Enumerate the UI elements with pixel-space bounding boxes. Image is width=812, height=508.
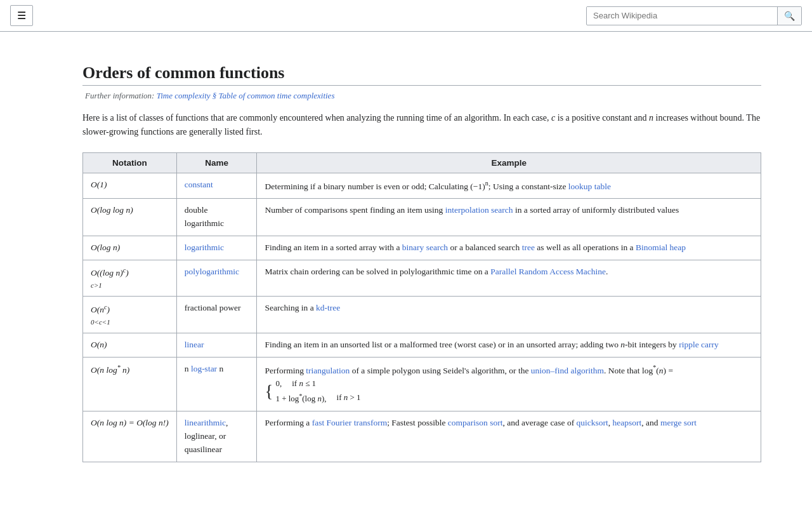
complexity-table: Notation Name Example O(1) constant Dete… — [82, 152, 761, 462]
tree-link[interactable]: tree — [522, 243, 535, 252]
notation-cell: O(n log* n) — [83, 357, 177, 411]
piecewise-val-2: 1 + log*(log n), — [275, 391, 326, 405]
name-link[interactable]: constant — [185, 180, 213, 189]
further-info-link[interactable]: Time complexity § Table of common time c… — [157, 91, 335, 100]
name-link[interactable]: polylogarithmic — [185, 267, 239, 276]
section-title: Orders of common functions — [82, 64, 761, 86]
name-cell: linearithmic, loglinear, or quasilinear — [176, 411, 257, 462]
quicksort-link[interactable]: quicksort — [577, 418, 608, 427]
comparison-sort-link[interactable]: comparison sort — [448, 418, 503, 427]
name-cell: logarithmic — [176, 236, 257, 260]
piecewise-cond-2: if n > 1 — [337, 391, 361, 405]
name-cell: n log-star n — [176, 357, 257, 411]
name-cell: double logarithmic — [176, 199, 257, 236]
notation-cell: O(log n) — [83, 236, 177, 260]
notation-math: O(n) — [91, 340, 107, 349]
linearithmic-link[interactable]: linearithmic — [185, 418, 226, 427]
further-info-prefix: Further information: — [85, 91, 157, 100]
piecewise-val-1: 0, — [275, 377, 282, 390]
name-cell: constant — [176, 173, 257, 198]
triangulation-link[interactable]: triangulation — [306, 365, 350, 375]
example-cell: Performing triangulation of a simple pol… — [257, 357, 761, 411]
notation-cell: O(n log n) = O(log n!) — [83, 411, 177, 462]
notation-math: O(log n) — [91, 243, 120, 252]
union-find-link[interactable]: union–find algorithm — [531, 365, 604, 375]
example-cell: Finding an item in a sorted array with a… — [257, 236, 761, 260]
notation-note: c>1 — [91, 280, 169, 291]
log-star-link[interactable]: log-star — [191, 364, 217, 373]
piecewise-cond-1: if n ≤ 1 — [292, 377, 316, 390]
notation-cell: O(1) — [83, 173, 177, 198]
notation-note: 0<c<1 — [91, 317, 169, 328]
notation-math: O((log n)c) — [91, 268, 129, 277]
notation-math: O(n log* n) — [91, 365, 129, 375]
further-info: Further information: Time complexity § T… — [82, 91, 761, 101]
name-link[interactable]: logarithmic — [185, 243, 224, 252]
col-header-example: Example — [257, 152, 761, 173]
search-bar: 🔍 — [586, 6, 802, 25]
name-cell: fractional power — [176, 297, 257, 333]
name-link[interactable]: linear — [185, 340, 204, 349]
name-cell: polylogarithmic — [176, 260, 257, 296]
piecewise-row-2: 1 + log*(log n), if n > 1 — [275, 391, 360, 405]
table-row: O(log log n) double logarithmic Number o… — [83, 199, 761, 236]
heapsort-link[interactable]: heapsort — [613, 418, 642, 427]
table-row: O(1) constant Determining if a binary nu… — [83, 173, 761, 198]
example-cell: Searching in a kd-tree — [257, 297, 761, 333]
kd-tree-link[interactable]: kd-tree — [316, 303, 340, 312]
pram-link[interactable]: Parallel Random Access Machine — [490, 267, 606, 276]
table-row: O(n log* n) n log-star n Performing tria… — [83, 357, 761, 411]
example-cell: Number of comparisons spent finding an i… — [257, 199, 761, 236]
notation-cell: O(nc) 0<c<1 — [83, 297, 177, 333]
col-header-notation: Notation — [83, 152, 177, 173]
table-row: O(n) linear Finding an item in an unsort… — [83, 333, 761, 357]
header: ☰ 🔍 — [0, 0, 812, 32]
merge-sort-link[interactable]: merge sort — [660, 418, 697, 427]
table-row: O(nc) 0<c<1 fractional power Searching i… — [83, 297, 761, 333]
left-brace: { — [265, 383, 273, 400]
lookup-table-link[interactable]: lookup table — [568, 181, 611, 190]
ripple-carry-link[interactable]: ripple carry — [679, 340, 719, 349]
notation-cell: O((log n)c) c>1 — [83, 260, 177, 296]
table-row: O(log n) logarithmic Finding an item in … — [83, 236, 761, 260]
notation-cell: O(log log n) — [83, 199, 177, 236]
notation-math: O(n log n) = O(log n!) — [91, 418, 169, 427]
fft-link[interactable]: fast Fourier transform — [312, 418, 387, 427]
piecewise-formula: { 0, if n ≤ 1 1 + log*(log n), if n > 1 — [265, 377, 360, 406]
search-input[interactable] — [587, 7, 777, 24]
search-button[interactable]: 🔍 — [777, 7, 801, 25]
example-cell: Performing a fast Fourier transform; Fas… — [257, 411, 761, 462]
col-header-name: Name — [176, 152, 257, 173]
name-cell: linear — [176, 333, 257, 357]
main-content: Orders of common functions Further infor… — [32, 32, 780, 498]
intro-paragraph: Here is a list of classes of functions t… — [82, 111, 761, 140]
binomial-heap-link[interactable]: Binomial heap — [636, 243, 686, 252]
table-row: O(n log n) = O(log n!) linearithmic, log… — [83, 411, 761, 462]
example-cell: Finding an item in an unsorted list or a… — [257, 333, 761, 357]
binary-search-link[interactable]: binary search — [402, 243, 448, 252]
interpolation-search-link[interactable]: interpolation search — [445, 205, 513, 215]
notation-math: O(1) — [91, 180, 107, 189]
example-cell: Determining if a binary number is even o… — [257, 173, 761, 198]
table-row: O((log n)c) c>1 polylogarithmic Matrix c… — [83, 260, 761, 296]
notation-cell: O(n) — [83, 333, 177, 357]
example-cell: Matrix chain ordering can be solved in p… — [257, 260, 761, 296]
piecewise-cases: 0, if n ≤ 1 1 + log*(log n), if n > 1 — [275, 377, 360, 406]
menu-button[interactable]: ☰ — [10, 5, 33, 26]
piecewise-row-1: 0, if n ≤ 1 — [275, 377, 360, 390]
notation-math: O(nc) — [91, 305, 110, 314]
notation-math: O(log log n) — [91, 205, 133, 215]
